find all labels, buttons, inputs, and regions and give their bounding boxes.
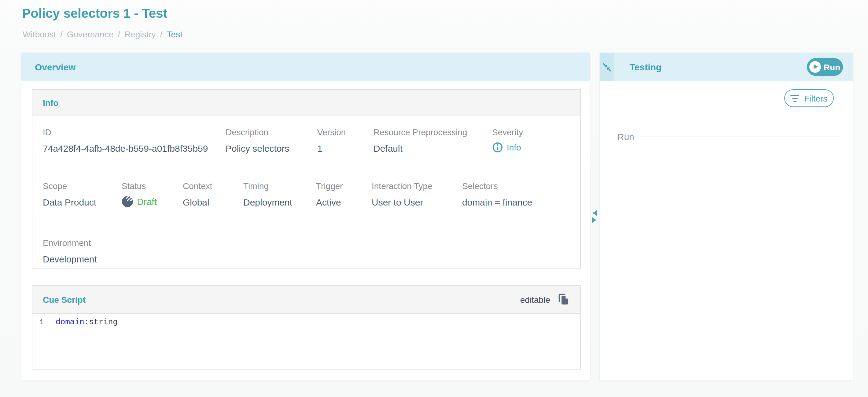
info-card-title: Info [43, 98, 58, 108]
policy-test-page: Policy selectors 1 - Test Witboost/Gover… [0, 0, 868, 397]
status-draft-text: Draft [137, 196, 157, 207]
info-card: Info ID 74a428f4-4afb-48de-b559-a01fb8f3… [32, 89, 581, 268]
field-timing-label: Timing [243, 181, 292, 191]
field-scope-label: Scope [43, 181, 96, 191]
testing-title: Testing [630, 62, 661, 72]
field-timing: Timing Deployment [243, 181, 292, 207]
field-scope: Scope Data Product [43, 181, 96, 207]
field-interaction-type: Interaction Type User to User [372, 181, 432, 207]
severity-info-link[interactable]: Info [507, 143, 521, 152]
run-section-label: Run [617, 132, 634, 142]
copy-icon[interactable] [557, 293, 570, 306]
field-context-label: Context [183, 181, 212, 191]
field-scope-value: Data Product [43, 197, 96, 207]
testing-panel: Testing Run Filters Run [600, 53, 853, 380]
field-environment-value: Development [43, 254, 97, 264]
cue-script-editor[interactable]: 1 domain:string [32, 314, 580, 369]
field-description: Description Policy selectors [225, 127, 289, 153]
filters-button[interactable]: Filters [784, 89, 834, 107]
filters-button-label: Filters [804, 93, 827, 103]
cue-script-card: Cue Script editable 1 domain:string [32, 285, 581, 370]
overview-panel: Overview Info ID 74a428f4-4afb-48de-b559… [21, 53, 590, 380]
field-environment: Environment Development [43, 238, 97, 264]
field-severity-label: Severity [492, 127, 523, 137]
code-rest: :string [84, 317, 118, 327]
run-section-divider [638, 136, 839, 136]
editor-code-line: domain:string [51, 314, 118, 369]
run-button-label: Run [824, 62, 840, 72]
field-version-value: 1 [317, 143, 346, 153]
breadcrumb: Witboost/Governance/Registry/Test [23, 29, 183, 39]
field-status-label: Status [122, 181, 157, 191]
field-environment-label: Environment [43, 238, 97, 248]
page-title: Policy selectors 1 - Test [22, 6, 167, 21]
overview-title: Overview [35, 62, 75, 72]
field-selectors-value: domain = finance [462, 197, 532, 207]
field-trigger: Trigger Active [316, 181, 343, 207]
editable-label: editable [520, 294, 550, 304]
field-selectors-label: Selectors [462, 181, 532, 191]
breadcrumb-separator: / [60, 29, 63, 39]
field-interaction-type-value: User to User [372, 197, 432, 207]
field-selectors: Selectors domain = finance [462, 181, 532, 207]
field-status: Status Draft [122, 181, 157, 207]
field-context: Context Global [183, 181, 212, 207]
field-severity-value[interactable]: Info [492, 142, 523, 153]
field-description-label: Description [225, 127, 289, 137]
breadcrumb-registry[interactable]: Registry [124, 29, 156, 39]
collapse-arrows-icon [603, 63, 611, 71]
draft-status-icon [122, 196, 133, 207]
collapse-panel-button[interactable] [600, 53, 614, 81]
field-timing-value: Deployment [243, 197, 292, 207]
field-resource-preprocessing-value: Default [373, 143, 467, 153]
breadcrumb-test: Test [167, 29, 183, 39]
field-trigger-value: Active [316, 197, 343, 207]
field-interaction-type-label: Interaction Type [372, 181, 432, 191]
info-circle-icon [492, 142, 503, 153]
cue-script-header: Cue Script editable [32, 286, 580, 314]
field-context-value: Global [183, 197, 212, 207]
play-icon [810, 61, 821, 73]
editor-line-number: 1 [32, 314, 51, 369]
field-description-value: Policy selectors [225, 143, 289, 153]
code-keyword: domain [56, 317, 84, 327]
filter-icon [791, 94, 799, 102]
field-trigger-label: Trigger [316, 181, 343, 191]
testing-panel-header: Testing Run [600, 53, 853, 81]
field-version-label: Version [317, 127, 346, 137]
overview-panel-header: Overview [21, 53, 590, 81]
breadcrumb-separator: / [160, 29, 163, 39]
run-button[interactable]: Run [807, 58, 843, 76]
info-card-header: Info [32, 90, 580, 116]
cue-script-title: Cue Script [43, 294, 86, 304]
field-resource-preprocessing: Resource Preprocessing Default [373, 127, 467, 153]
panel-resize-handle[interactable] [590, 209, 598, 224]
breadcrumb-separator: / [118, 29, 120, 39]
field-id-label: ID [43, 127, 208, 137]
breadcrumb-governance[interactable]: Governance [67, 29, 114, 39]
field-version: Version 1 [317, 127, 346, 153]
field-severity: Severity Info [492, 127, 523, 153]
field-resource-preprocessing-label: Resource Preprocessing [373, 127, 467, 137]
breadcrumb-witboost[interactable]: Witboost [23, 29, 56, 39]
field-status-value: Draft [122, 196, 157, 207]
field-id: ID 74a428f4-4afb-48de-b559-a01fb8f35b59 [43, 127, 208, 153]
field-id-value: 74a428f4-4afb-48de-b559-a01fb8f35b59 [43, 143, 208, 153]
